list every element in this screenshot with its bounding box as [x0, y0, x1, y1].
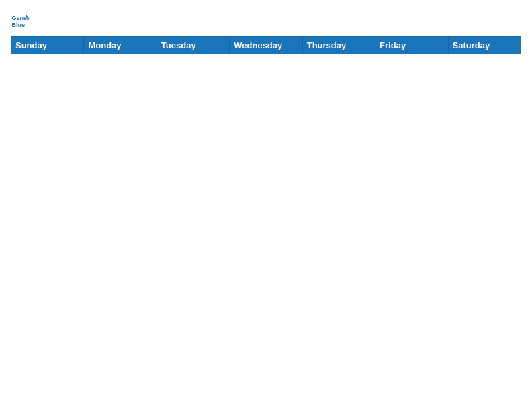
col-wednesday: Wednesday — [230, 37, 302, 54]
col-thursday: Thursday — [302, 37, 375, 54]
col-monday: Monday — [84, 37, 157, 54]
col-tuesday: Tuesday — [157, 37, 229, 54]
svg-text:Blue: Blue — [11, 21, 25, 28]
page: General Blue Sunday Monday Tuesday Wedne… — [0, 0, 532, 411]
col-saturday: Saturday — [448, 37, 521, 54]
logo-icon: General Blue — [11, 11, 30, 30]
calendar-header-row: Sunday Monday Tuesday Wednesday Thursday… — [11, 37, 521, 54]
col-friday: Friday — [375, 37, 448, 54]
logo: General Blue — [11, 11, 32, 30]
calendar-table: Sunday Monday Tuesday Wednesday Thursday… — [11, 36, 521, 396]
header: General Blue — [11, 11, 521, 30]
col-sunday: Sunday — [11, 37, 84, 54]
